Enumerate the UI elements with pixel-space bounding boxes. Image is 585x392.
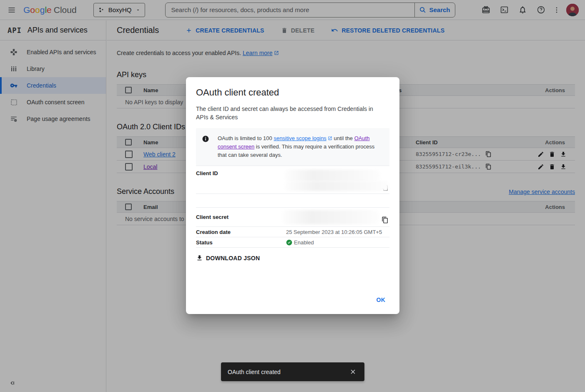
client-id-row: Client ID [196,166,389,194]
redacted-client-id [285,181,389,191]
redacted-client-id [285,170,380,181]
status-value: Enabled [294,239,314,246]
info-icon [202,135,209,159]
creation-date-label: Creation date [196,229,286,235]
copy-client-secret-button[interactable] [381,216,389,224]
client-secret-row: Client secret [196,207,389,227]
copy-icon [382,216,389,224]
status-label: Status [196,239,286,246]
external-link-icon [328,136,332,141]
dialog-title: OAuth client created [196,87,389,98]
snackbar-close-button[interactable] [345,364,360,379]
creation-date-row: Creation date 25 September 2023 at 10:26… [196,227,389,237]
client-id-label: Client ID [196,170,286,176]
snackbar-message: OAuth client created [228,369,345,375]
ok-button[interactable]: OK [373,294,389,306]
download-json-button[interactable]: DOWNLOAD JSON [196,253,263,263]
download-icon [196,254,203,261]
download-json-label: DOWNLOAD JSON [206,255,260,261]
status-row: Status Enabled [196,237,389,248]
check-circle-icon [286,239,292,246]
dialog-info-note: OAuth is limited to 100 sensitive scope … [196,128,389,166]
snackbar: OAuth client created [221,362,364,381]
dialog-subtitle: The client ID and secret can always be a… [196,105,379,121]
close-icon [349,368,357,375]
oauth-client-created-dialog: OAuth client created The client ID and s… [186,77,399,314]
sensitive-scope-logins-link[interactable]: sensitive scope logins [274,135,326,141]
client-secret-label: Client secret [196,214,286,220]
redacted-client-secret [283,210,379,224]
creation-date-value: 25 September 2023 at 10:26:05 GMT+5 [286,229,389,235]
note-text: OAuth is limited to 100 sensitive scope … [218,134,381,159]
